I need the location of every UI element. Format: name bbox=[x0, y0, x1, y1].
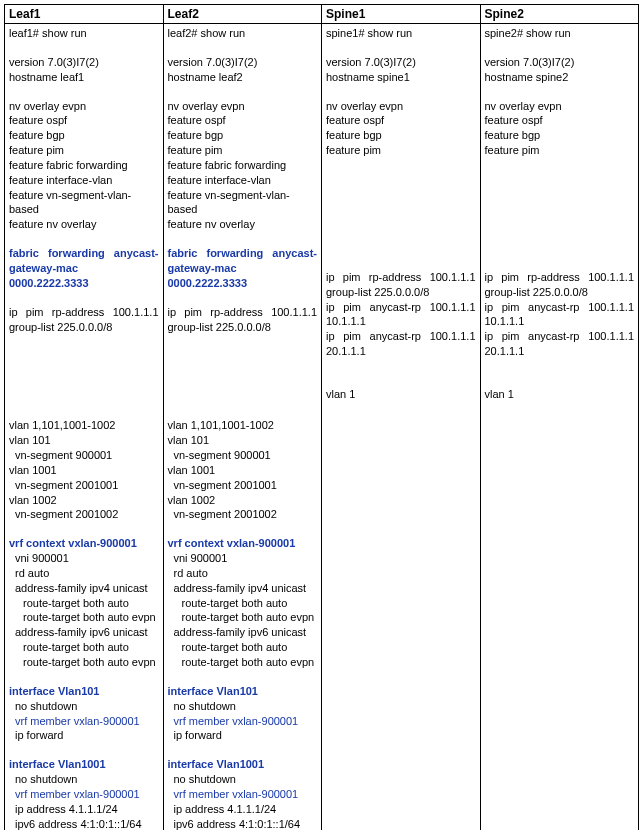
config-line: ipv6 address 4:1:0:1::1/64 bbox=[9, 817, 159, 830]
config-line: feature bgp bbox=[168, 128, 318, 143]
config-line: vn-segment 2001002 bbox=[9, 507, 159, 522]
header-row: Leaf1 Leaf2 Spine1 Spine2 bbox=[5, 5, 639, 24]
config-line bbox=[168, 743, 318, 757]
config-line: vn-segment 2001001 bbox=[9, 478, 159, 493]
config-line: leaf2# show run bbox=[168, 26, 318, 41]
config-line: address-family ipv4 unicast bbox=[9, 581, 159, 596]
config-line: vn-segment 2001002 bbox=[168, 507, 318, 522]
config-line: route-target both auto evpn bbox=[9, 655, 159, 670]
config-line bbox=[485, 242, 635, 256]
col-header: Spine2 bbox=[480, 5, 639, 24]
config-line bbox=[485, 214, 635, 228]
body-row: leaf1# show runversion 7.0(3)I7(2)hostna… bbox=[5, 24, 639, 831]
config-line bbox=[168, 390, 318, 404]
config-line: ippimanycast-rp100.1.1.1 bbox=[326, 329, 476, 344]
config-line: vlan 1002 bbox=[168, 493, 318, 508]
config-line: feature ospf bbox=[168, 113, 318, 128]
config-line bbox=[485, 158, 635, 172]
config-line: vrf member vxlan-900001 bbox=[168, 714, 318, 729]
config-line: hostname leaf1 bbox=[9, 70, 159, 85]
config-line: no shutdown bbox=[168, 699, 318, 714]
config-line: gateway-mac 0000.2222.3333 bbox=[9, 261, 159, 291]
config-line: spine1# show run bbox=[326, 26, 476, 41]
config-line: ip forward bbox=[168, 728, 318, 743]
config-line: vlan 101 bbox=[9, 433, 159, 448]
config-line: route-target both auto evpn bbox=[9, 610, 159, 625]
config-line: ippimanycast-rp100.1.1.1 bbox=[485, 329, 635, 344]
config-line: feature ospf bbox=[326, 113, 476, 128]
config-line: ippimrp-address100.1.1.1 bbox=[326, 270, 476, 285]
col-header: Leaf1 bbox=[5, 5, 164, 24]
config-line: ippimanycast-rp100.1.1.1 bbox=[485, 300, 635, 315]
config-line bbox=[9, 334, 159, 348]
config-line: ippimrp-address100.1.1.1 bbox=[168, 305, 318, 320]
config-line bbox=[326, 228, 476, 242]
config-line: vlan 1001 bbox=[9, 463, 159, 478]
config-line bbox=[326, 41, 476, 55]
config-line: vn-segment 2001001 bbox=[168, 478, 318, 493]
config-line: group-list 225.0.0.0/8 bbox=[326, 285, 476, 300]
config-line bbox=[485, 228, 635, 242]
config-line: rd auto bbox=[168, 566, 318, 581]
config-line: vrf context vxlan-900001 bbox=[168, 536, 318, 551]
config-line: vlan 1001 bbox=[168, 463, 318, 478]
config-line bbox=[326, 256, 476, 270]
config-line: 20.1.1.1 bbox=[485, 344, 635, 359]
config-cell-spine1: spine1# show runversion 7.0(3)I7(2)hostn… bbox=[322, 24, 481, 831]
config-line: vlan 1,101,1001-1002 bbox=[168, 418, 318, 433]
config-line: vlan 1 bbox=[326, 387, 476, 402]
config-line: feature ospf bbox=[9, 113, 159, 128]
config-line: no shutdown bbox=[168, 772, 318, 787]
config-line: nv overlay evpn bbox=[326, 99, 476, 114]
config-line bbox=[9, 670, 159, 684]
config-line: spine2# show run bbox=[485, 26, 635, 41]
config-line: vlan 1,101,1001-1002 bbox=[9, 418, 159, 433]
config-line: interface Vlan101 bbox=[168, 684, 318, 699]
config-line: vni 900001 bbox=[168, 551, 318, 566]
config-line: vrf member vxlan-900001 bbox=[9, 714, 159, 729]
config-line: fabricforwardinganycast- bbox=[9, 246, 159, 261]
config-line: group-list 225.0.0.0/8 bbox=[168, 320, 318, 335]
config-line: vlan 101 bbox=[168, 433, 318, 448]
config-line: feature bgp bbox=[485, 128, 635, 143]
config-line: ipv6 address 4:1:0:1::1/64 bbox=[168, 817, 318, 830]
config-line bbox=[9, 85, 159, 99]
config-line: route-target both auto bbox=[9, 640, 159, 655]
config-line: hostname leaf2 bbox=[168, 70, 318, 85]
config-line: feature nv overlay bbox=[168, 217, 318, 232]
config-line: no shutdown bbox=[9, 699, 159, 714]
config-line: address-family ipv4 unicast bbox=[168, 581, 318, 596]
config-line: route-target both auto bbox=[168, 596, 318, 611]
config-line: route-target both auto bbox=[9, 596, 159, 611]
config-line bbox=[485, 256, 635, 270]
config-line bbox=[326, 214, 476, 228]
config-line: gateway-mac 0000.2222.3333 bbox=[168, 261, 318, 291]
config-line bbox=[9, 348, 159, 362]
col-header: Leaf2 bbox=[163, 5, 322, 24]
config-line: interface Vlan1001 bbox=[9, 757, 159, 772]
config-line: route-target both auto evpn bbox=[168, 655, 318, 670]
config-line bbox=[485, 186, 635, 200]
config-line: feature pim bbox=[9, 143, 159, 158]
config-line: vlan 1 bbox=[485, 387, 635, 402]
config-line: no shutdown bbox=[9, 772, 159, 787]
config-line: vn-segment 900001 bbox=[168, 448, 318, 463]
config-line bbox=[485, 85, 635, 99]
config-line: route-target both auto bbox=[168, 640, 318, 655]
config-line: nv overlay evpn bbox=[168, 99, 318, 114]
config-line bbox=[168, 404, 318, 418]
col-header: Spine1 bbox=[322, 5, 481, 24]
config-line bbox=[326, 158, 476, 172]
config-line: leaf1# show run bbox=[9, 26, 159, 41]
config-line: group-list 225.0.0.0/8 bbox=[485, 285, 635, 300]
config-line: feature bgp bbox=[326, 128, 476, 143]
config-line bbox=[485, 359, 635, 373]
config-line: feature bgp bbox=[9, 128, 159, 143]
config-line: address-family ipv6 unicast bbox=[168, 625, 318, 640]
config-line bbox=[485, 200, 635, 214]
config-line: ip address 4.1.1.1/24 bbox=[168, 802, 318, 817]
config-line: vrf context vxlan-900001 bbox=[9, 536, 159, 551]
config-line bbox=[9, 743, 159, 757]
config-line: vn-segment 900001 bbox=[9, 448, 159, 463]
config-line bbox=[326, 242, 476, 256]
